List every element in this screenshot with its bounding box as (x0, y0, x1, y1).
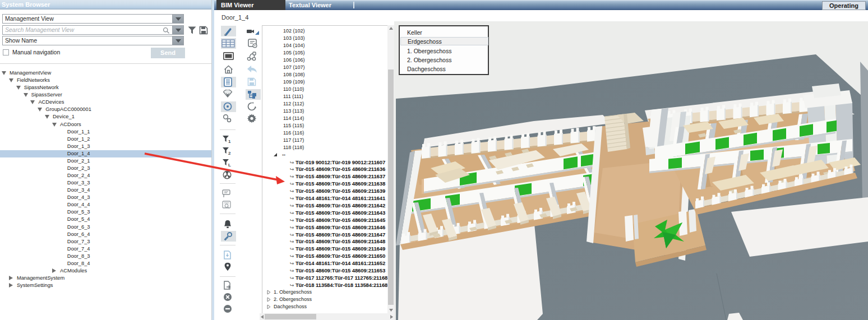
svg-text:1: 1 (228, 139, 231, 143)
svg-text:L: L (228, 163, 231, 167)
svg-text:2: 2 (228, 151, 231, 155)
